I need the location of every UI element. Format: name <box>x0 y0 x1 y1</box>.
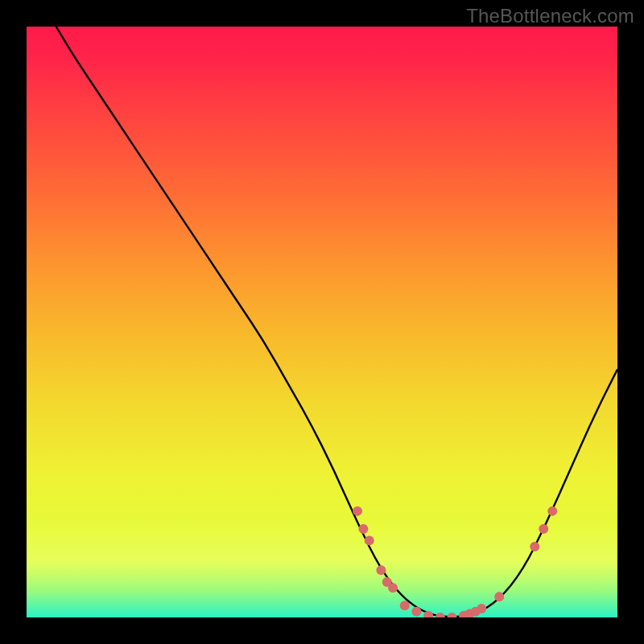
marker-dot <box>388 583 398 592</box>
marker-dot <box>411 607 421 617</box>
watermark-text: TheBottleneck.com <box>466 5 634 27</box>
plot-area <box>27 27 617 617</box>
marker-dot <box>400 601 410 610</box>
chart-frame: TheBottleneck.com <box>0 0 644 644</box>
bottleneck-curve <box>56 27 617 617</box>
marker-dot <box>353 506 362 516</box>
marker-dot <box>358 524 368 534</box>
marker-dot <box>447 613 456 617</box>
marker-dot <box>530 542 539 551</box>
curve-layer <box>27 27 617 617</box>
marker-dot <box>539 524 548 534</box>
marker-dot <box>477 604 486 613</box>
marker-dot <box>365 536 374 546</box>
marker-dot <box>436 613 445 617</box>
marker-dot <box>494 592 504 601</box>
marker-dot <box>547 506 557 516</box>
marker-dot <box>376 565 386 575</box>
